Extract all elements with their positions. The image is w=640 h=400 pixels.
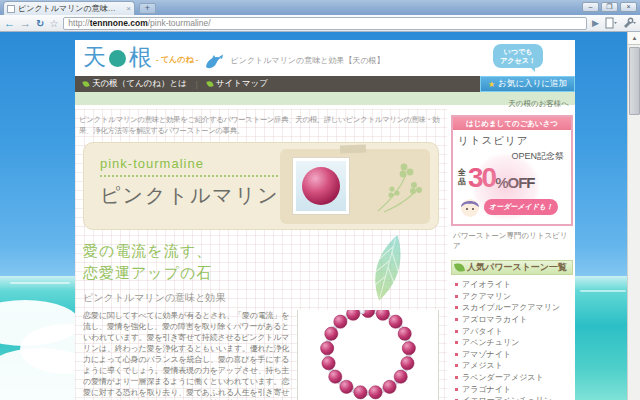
- stone-link: アパタイト: [462, 326, 503, 337]
- wrench-menu-icon[interactable]: [622, 17, 636, 29]
- intro-text: ピンクトルマリンの意味と効果をご紹介するパワーストーン辞典、天の根。詳しいピンク…: [79, 114, 443, 136]
- list-item[interactable]: ラベンダーアメジスト: [451, 372, 573, 384]
- list-item[interactable]: アラゴナイト: [451, 383, 573, 395]
- ad-header: はじめましてのごあいさつ: [453, 117, 571, 130]
- dotted-divider: [100, 175, 290, 177]
- list-item[interactable]: アメジスト: [451, 360, 573, 372]
- list-item[interactable]: アズロマラカイト: [451, 314, 573, 326]
- list-item[interactable]: イエローアベンチュリン: [451, 395, 573, 400]
- ad-all-items: 全品: [458, 168, 468, 186]
- header-caption: ピンクトルマリンの意味と効果【天の根】: [231, 55, 385, 66]
- stone-photo-bg: [296, 161, 346, 211]
- forward-icon[interactable]: →: [20, 18, 31, 29]
- star-icon: ★: [488, 80, 495, 89]
- address-bar[interactable]: http://tennnone.com/pink-tourmaline/: [63, 17, 587, 30]
- logo-tagline: - てんのね -: [156, 54, 199, 65]
- bullet-icon: [455, 330, 458, 333]
- stone-list-header: 人気パワーストーン一覧: [451, 260, 573, 275]
- stone-link: アズロマラカイト: [462, 314, 528, 325]
- scrollbar[interactable]: ▲: [627, 32, 640, 400]
- back-icon[interactable]: ←: [4, 18, 15, 29]
- logo-ne: 根: [129, 44, 152, 70]
- main-nav: 天の根（てんのね）とは ｜ サイトマップ ★ お気に入りに追加: [75, 76, 575, 92]
- scrollbar-thumb[interactable]: [629, 47, 640, 115]
- tab-close-icon[interactable]: ×: [126, 5, 131, 13]
- ad-order-bubble: オーダーメイドも！: [484, 199, 558, 215]
- stone-link: アメジスト: [462, 360, 503, 371]
- dolphin-icon: [205, 54, 223, 70]
- bubble-line1: いつでも: [495, 47, 541, 56]
- article-body: ピンクトルマリン 恋愛に関してすべてに効果が有るとされ、「愛の電流」を流し、愛情…: [83, 310, 439, 400]
- add-favorite-label: お気に入りに追加: [498, 78, 567, 90]
- stone-photo-panel: [280, 149, 430, 224]
- stone-link: アラゴナイト: [462, 384, 511, 395]
- wave-decoration: [580, 290, 626, 292]
- add-favorite-button[interactable]: ★ お気に入りに追加: [480, 76, 575, 92]
- stone-link: スカイブルーアクアマリン: [462, 302, 560, 313]
- tab-title: ピンクトルマリンの意味と効果…: [18, 3, 123, 14]
- list-item[interactable]: アクアマリン: [451, 291, 573, 303]
- bullet-icon: [455, 376, 458, 379]
- nav-item-sitemap[interactable]: サイトマップ: [207, 78, 268, 90]
- customer-band: 天の根のお客様へ: [75, 92, 575, 105]
- ad-shop-name: リトスピリア: [458, 134, 566, 148]
- bullet-icon: [455, 364, 458, 367]
- url-path: /pink-tourmaline/: [148, 18, 211, 28]
- scrollbar-up-icon[interactable]: ▲: [628, 32, 640, 45]
- window-controls: – ❐ ×: [582, 2, 637, 12]
- ad-body: リトスピリア OPEN記念祭 全品 30 %OFF: [453, 130, 571, 224]
- bracelet-svg: [316, 310, 420, 400]
- maximize-button[interactable]: ❐: [601, 2, 618, 12]
- bullet-icon: [455, 283, 458, 286]
- stone-photo: [292, 157, 350, 215]
- list-item[interactable]: スカイブルーアクアマリン: [451, 302, 573, 314]
- main-column: ピンクトルマリンの意味と効果をご紹介するパワーストーン辞典、天の根。詳しいピンク…: [75, 109, 447, 400]
- bookmark-star-icon[interactable]: ☆: [49, 18, 58, 29]
- url-scheme: http://: [68, 18, 89, 28]
- list-item[interactable]: アマゾナイト: [451, 349, 573, 361]
- bullet-icon: [455, 306, 458, 309]
- site-header: 天 根 - てんのね - ピンクトルマリンの意味と効果【天の根】 いつでも アク…: [75, 40, 575, 76]
- favicon-icon: [7, 5, 15, 13]
- stone-link: アクアマリン: [462, 291, 511, 302]
- stone-title-card: pink-tourmaline ピンクトルマリン: [83, 142, 439, 230]
- nav-item-about[interactable]: 天の根（てんのね）とは: [83, 78, 187, 90]
- content-row: ピンクトルマリンの意味と効果をご紹介するパワーストーン辞典、天の根。詳しいピンク…: [75, 109, 575, 400]
- bracelet-image: ピンクトルマリン: [297, 310, 439, 400]
- bullet-icon: [455, 318, 458, 321]
- wave-decoration: [10, 282, 70, 284]
- logo-ten: 天: [83, 44, 106, 70]
- close-button[interactable]: ×: [620, 2, 637, 12]
- customers-link[interactable]: 天の根のお客様へ: [508, 99, 569, 108]
- nav-separator: ｜: [193, 79, 201, 90]
- browser-window: ピンクトルマリンの意味と効果… × + – ❐ × ← → ↻ ☆ http:/…: [0, 0, 640, 400]
- pink-tourmaline-bead-image: [302, 167, 340, 205]
- clover-decoration-icon: [370, 159, 422, 215]
- leaf-icon: [82, 80, 89, 87]
- new-tab-button[interactable]: +: [139, 3, 156, 14]
- stone-link: アマゾナイト: [462, 349, 511, 360]
- nav-sitemap-label: サイトマップ: [216, 78, 268, 90]
- shop-ad-banner[interactable]: はじめましてのごあいさつ リトスピリア OPEN記念祭 全品 30 %OFF: [451, 115, 573, 226]
- browser-tab[interactable]: ピンクトルマリンの意味と効果… ×: [3, 1, 135, 15]
- site-wrapper: 天 根 - てんのね - ピンクトルマリンの意味と効果【天の根】 いつでも アク…: [75, 40, 575, 400]
- shop-link[interactable]: パワーストーン専門のリトスピリア: [453, 231, 573, 251]
- article-section: 愛の電流を流す、 恋愛運アップの石 ピンクトルマリンの意味と効果: [83, 240, 439, 400]
- stone-link: アイオライト: [462, 279, 511, 290]
- stone-link: アベンチュリン: [462, 337, 519, 348]
- list-item[interactable]: アベンチュリン: [451, 337, 573, 349]
- stone-list: アイオライト アクアマリン スカイブルーアクアマリン アズロマラカイト アパタイ…: [451, 279, 573, 400]
- list-item[interactable]: アイオライト: [451, 279, 573, 291]
- leaf-icon: [454, 262, 465, 273]
- go-icon[interactable]: ▶: [592, 18, 599, 28]
- stone-name-en: pink-tourmaline: [100, 156, 204, 171]
- page-menu-icon[interactable]: [604, 17, 617, 29]
- leaf-icon: [206, 80, 213, 87]
- minimize-button[interactable]: –: [582, 2, 599, 12]
- sidebar: はじめましてのごあいさつ リトスピリア OPEN記念祭 全品 30 %OFF: [447, 109, 575, 400]
- reload-icon[interactable]: ↻: [36, 18, 44, 29]
- url-host: tennnone.com: [90, 18, 148, 28]
- list-item[interactable]: アパタイト: [451, 325, 573, 337]
- stone-link: イエローアベンチュリン: [462, 395, 552, 400]
- access-anytime-bubble: いつでも アクセス！: [493, 44, 543, 68]
